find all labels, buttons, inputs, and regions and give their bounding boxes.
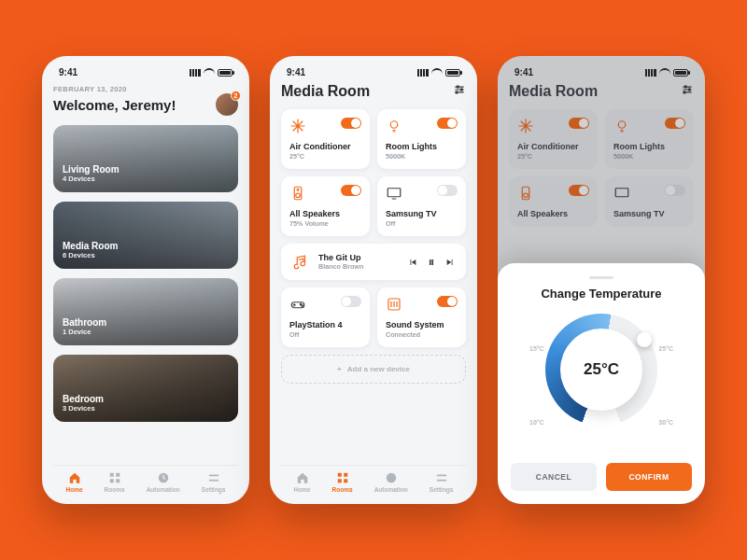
tab-label: Automation	[147, 486, 180, 493]
svg-rect-22	[344, 479, 347, 483]
device-card-samsung-tv[interactable]: Samsung TV Off	[377, 176, 466, 236]
tab-label: Settings	[202, 486, 226, 493]
now-playing-card[interactable]: The Git Up Blanco Brown	[281, 244, 466, 280]
device-toggle[interactable]	[437, 296, 458, 307]
tab-rooms[interactable]: Rooms	[332, 471, 353, 493]
signal-icon	[190, 69, 201, 77]
dial-tick: 30°C	[658, 419, 673, 426]
pause-button[interactable]	[427, 254, 436, 271]
confirm-button[interactable]: CONFIRM	[606, 463, 692, 491]
room-device-count: 6 Devices	[63, 251, 229, 259]
battery-icon	[218, 69, 233, 77]
svg-rect-14	[388, 189, 401, 197]
dial-knob[interactable]	[637, 332, 652, 347]
temperature-dial[interactable]: 20°C 25°C 30°C 10°C 15°C 25°C	[531, 314, 671, 454]
sliders-icon	[435, 471, 448, 484]
device-status: Connected	[386, 330, 458, 339]
home-icon	[296, 471, 309, 484]
svg-rect-1	[116, 473, 120, 477]
add-device-button[interactable]: + Add a new device	[281, 355, 466, 384]
device-card-air-conditioner[interactable]: Air Conditioner 25°C	[281, 109, 370, 169]
svg-rect-20	[344, 473, 347, 477]
device-toggle[interactable]	[437, 118, 458, 129]
tab-automation[interactable]: Automation	[374, 471, 408, 493]
avatar[interactable]: 2	[216, 93, 238, 116]
room-card-bedroom[interactable]: Bedroom 3 Devices	[53, 355, 238, 422]
add-device-label: Add a new device	[347, 365, 410, 373]
notification-badge: 2	[231, 91, 241, 101]
dial-tick: 10°C	[529, 419, 544, 426]
status-indicators	[190, 68, 233, 77]
prev-button[interactable]	[408, 254, 417, 271]
next-button[interactable]	[445, 254, 455, 271]
phone-home: 9:41 FEBRUARY 13, 2020 Welcome, Jeremy! …	[42, 56, 249, 504]
device-name: Room Lights	[386, 142, 458, 151]
svg-point-8	[460, 89, 462, 91]
svg-rect-6	[208, 480, 218, 482]
device-status: 25°C	[289, 152, 361, 161]
tab-label: Home	[294, 486, 311, 493]
device-toggle[interactable]	[437, 185, 458, 196]
tab-label: Home	[66, 486, 83, 493]
room-name: Bathroom	[63, 317, 229, 328]
wifi-icon	[204, 68, 215, 77]
tab-label: Automation	[374, 486, 408, 493]
svg-point-12	[296, 193, 301, 198]
tab-automation[interactable]: Automation	[147, 471, 180, 493]
room-card-living-room[interactable]: Living Room 4 Devices	[53, 125, 238, 192]
track-title: The Git Up	[318, 253, 399, 262]
temperature-value: 25°C	[584, 360, 619, 379]
device-status: 75% Volume	[289, 219, 361, 228]
phone-room-detail: 9:41 Media Room Air Conditioner 25°C	[270, 56, 477, 504]
status-time: 9:41	[59, 67, 78, 77]
device-card-playstation[interactable]: PlayStation 4 Off	[281, 287, 370, 347]
tab-home[interactable]: Home	[66, 471, 83, 493]
tab-rooms[interactable]: Rooms	[105, 471, 125, 493]
svg-rect-21	[337, 479, 341, 483]
tab-label: Rooms	[105, 486, 125, 493]
device-toggle[interactable]	[341, 185, 361, 196]
tab-bar: Home Rooms Automation Settings	[281, 465, 466, 493]
room-device-count: 3 Devices	[63, 404, 229, 413]
signal-icon	[417, 69, 429, 77]
device-toggle[interactable]	[341, 296, 361, 307]
svg-rect-2	[109, 479, 113, 483]
room-card-bathroom[interactable]: Bathroom 1 Device	[53, 278, 238, 345]
device-toggle[interactable]	[341, 118, 361, 129]
svg-rect-0	[109, 473, 113, 477]
filter-button[interactable]	[453, 83, 466, 100]
svg-point-23	[386, 473, 396, 483]
device-card-sound-system[interactable]: Sound System Connected	[377, 287, 466, 347]
device-name: All Speakers	[289, 209, 361, 218]
tab-label: Settings	[430, 486, 454, 493]
music-icon	[292, 254, 309, 271]
device-status: 5000K	[386, 152, 458, 161]
track-artist: Blanco Brown	[318, 262, 399, 271]
status-time: 9:41	[287, 67, 305, 77]
clock-icon	[157, 471, 170, 484]
svg-point-10	[390, 121, 398, 129]
room-name: Media Room	[63, 241, 229, 251]
sheet-handle[interactable]	[589, 276, 613, 279]
home-icon	[68, 471, 81, 484]
device-card-all-speakers[interactable]: All Speakers 75% Volume	[281, 176, 370, 236]
room-card-media-room[interactable]: Media Room 6 Devices	[53, 202, 238, 269]
sheet-title: Change Temperature	[511, 287, 692, 301]
phone-temperature-sheet: 9:41 Media Room Air Conditioner 25°C Roo…	[498, 56, 705, 504]
svg-point-17	[302, 305, 303, 307]
device-card-room-lights[interactable]: Room Lights 5000K	[377, 109, 466, 169]
grid-icon	[336, 471, 349, 484]
tab-settings[interactable]: Settings	[430, 471, 454, 493]
sliders-icon	[207, 471, 220, 484]
page-title: Media Room	[281, 83, 370, 100]
header-date: FEBRUARY 13, 2020	[53, 85, 238, 93]
device-name: Samsung TV	[386, 209, 458, 218]
dial-tick: 25°C	[658, 345, 673, 352]
svg-rect-25	[436, 480, 446, 482]
cancel-button[interactable]: CANCEL	[511, 463, 597, 491]
device-name: Air Conditioner	[289, 142, 361, 151]
device-status: Off	[386, 219, 458, 228]
tab-home[interactable]: Home	[294, 471, 311, 493]
snowflake-icon	[289, 118, 306, 134]
tab-settings[interactable]: Settings	[202, 471, 226, 493]
